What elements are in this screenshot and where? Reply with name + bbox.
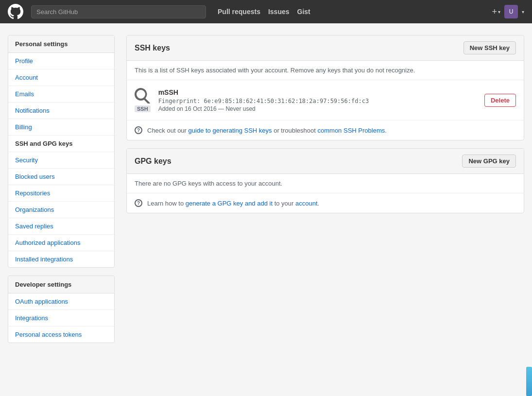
sidebar-item-oauth-apps[interactable]: OAuth applications [8, 293, 114, 310]
gpg-help-row: ? Learn how to generate a GPG key and ad… [127, 193, 524, 213]
ssh-badge: SSH [135, 105, 151, 112]
sidebar-item-saved-replies[interactable]: Saved replies [8, 218, 114, 235]
sidebar: Personal settings Profile Account Emails… [8, 35, 115, 351]
ssh-problems-link[interactable]: common SSH Problems [318, 127, 385, 134]
ssh-help-row: ? Check out our guide to generating SSH … [127, 121, 524, 140]
sidebar-item-profile[interactable]: Profile [8, 53, 114, 69]
sidebar-item-notifications[interactable]: Notifications [8, 103, 114, 119]
navbar-right: + ▾ U ▾ [492, 5, 524, 18]
ssh-guide-link[interactable]: guide to generating SSH keys [189, 127, 272, 134]
ssh-key-row: SSH mSSH Fingerprint: 6e:e9:85:18:62:41:… [127, 80, 524, 121]
new-ssh-key-button[interactable]: New SSH key [463, 41, 516, 54]
new-gpg-key-button[interactable]: New GPG key [462, 155, 516, 168]
gpg-info-icon: ? [135, 199, 142, 207]
sidebar-item-personal-tokens[interactable]: Personal access tokens [8, 327, 114, 343]
key-details: mSSH Fingerprint: 6e:e9:85:18:62:41:50:3… [158, 88, 477, 112]
sidebar-item-organizations[interactable]: Organizations [8, 202, 114, 218]
gpg-keys-title: GPG keys [135, 157, 172, 166]
gpg-keys-header: GPG keys New GPG key [127, 149, 524, 174]
gpg-guide-link[interactable]: generate a GPG key and add it [186, 200, 273, 207]
sidebar-item-repositories[interactable]: Repositories [8, 185, 114, 202]
sidebar-item-security[interactable]: Security [8, 152, 114, 169]
gpg-empty-message: There are no GPG keys with access to you… [127, 174, 524, 193]
key-icon-wrapper: SSH [135, 88, 151, 112]
sidebar-item-authorized-apps[interactable]: Authorized applications [8, 235, 114, 251]
key-fingerprint: Fingerprint: 6e:e9:85:18:62:41:50:31:62:… [158, 98, 477, 104]
add-button[interactable]: + ▾ [492, 7, 500, 17]
issues-link[interactable]: Issues [268, 8, 290, 16]
github-logo-icon [8, 4, 23, 19]
avatar-dropdown-icon[interactable]: ▾ [522, 9, 524, 15]
sidebar-item-blocked-users[interactable]: Blocked users [8, 169, 114, 185]
sidebar-item-ssh-gpg[interactable]: SSH and GPG keys [8, 136, 114, 152]
navbar: Pull requests Issues Gist + ▾ U ▾ [0, 0, 532, 23]
delete-ssh-key-button[interactable]: Delete [484, 94, 516, 107]
developer-settings-title: Developer settings [8, 276, 114, 293]
pull-requests-link[interactable]: Pull requests [218, 8, 260, 16]
sidebar-item-emails[interactable]: Emails [8, 86, 114, 103]
gist-link[interactable]: Gist [297, 8, 310, 16]
ssh-keys-card: SSH keys New SSH key This is a list of S… [126, 35, 524, 140]
sidebar-item-billing[interactable]: Billing [8, 119, 114, 136]
ssh-keys-description: This is a list of SSH keys associated wi… [127, 61, 524, 80]
key-icon [135, 88, 150, 103]
navbar-links: Pull requests Issues Gist [218, 8, 310, 16]
sidebar-item-installed-integrations[interactable]: Installed integrations [8, 251, 114, 267]
ssh-keys-header: SSH keys New SSH key [127, 35, 524, 61]
info-icon: ? [135, 126, 142, 134]
page-container: Personal settings Profile Account Emails… [0, 35, 532, 351]
key-name: mSSH [158, 88, 477, 96]
sidebar-item-account[interactable]: Account [8, 69, 114, 86]
search-input[interactable] [31, 5, 206, 18]
personal-settings-section: Personal settings Profile Account Emails… [8, 35, 115, 268]
sidebar-item-integrations[interactable]: Integrations [8, 310, 114, 327]
key-added: Added on 16 Oct 2016 — Never used [158, 105, 477, 112]
personal-settings-title: Personal settings [8, 35, 114, 53]
developer-settings-section: Developer settings OAuth applications In… [8, 275, 115, 343]
main-content: SSH keys New SSH key This is a list of S… [126, 35, 524, 213]
gpg-keys-card: GPG keys New GPG key There are no GPG ke… [126, 148, 524, 213]
gpg-account-link[interactable]: account [295, 200, 318, 207]
avatar[interactable]: U [504, 5, 518, 18]
ssh-keys-title: SSH keys [135, 44, 170, 52]
